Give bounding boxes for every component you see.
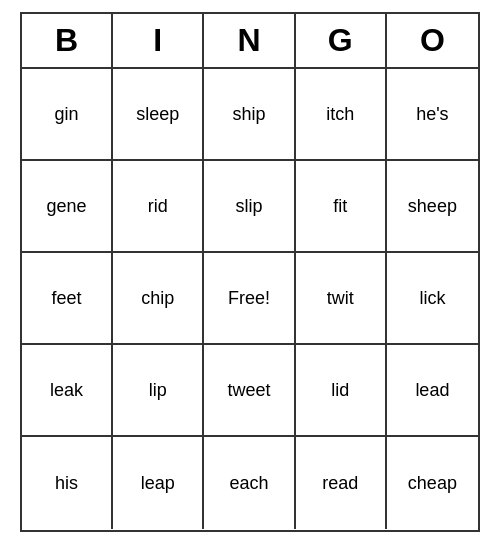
bingo-cell-20[interactable]: his <box>22 437 113 529</box>
bingo-grid: ginsleepshipitchhe'sgeneridslipfitsheepf… <box>22 69 478 529</box>
bingo-cell-12[interactable]: Free! <box>204 253 295 345</box>
bingo-cell-9[interactable]: sheep <box>387 161 478 253</box>
bingo-cell-23[interactable]: read <box>296 437 387 529</box>
bingo-cell-6[interactable]: rid <box>113 161 204 253</box>
bingo-cell-22[interactable]: each <box>204 437 295 529</box>
header-b: B <box>22 14 113 67</box>
bingo-cell-19[interactable]: lead <box>387 345 478 437</box>
header-i: I <box>113 14 204 67</box>
bingo-header: B I N G O <box>22 14 478 69</box>
bingo-cell-16[interactable]: lip <box>113 345 204 437</box>
bingo-card: B I N G O ginsleepshipitchhe'sgeneridsli… <box>20 12 480 532</box>
bingo-cell-14[interactable]: lick <box>387 253 478 345</box>
bingo-cell-21[interactable]: leap <box>113 437 204 529</box>
bingo-cell-18[interactable]: lid <box>296 345 387 437</box>
bingo-cell-5[interactable]: gene <box>22 161 113 253</box>
header-n: N <box>204 14 295 67</box>
bingo-cell-4[interactable]: he's <box>387 69 478 161</box>
bingo-cell-24[interactable]: cheap <box>387 437 478 529</box>
bingo-cell-8[interactable]: fit <box>296 161 387 253</box>
bingo-cell-2[interactable]: ship <box>204 69 295 161</box>
bingo-cell-1[interactable]: sleep <box>113 69 204 161</box>
bingo-cell-7[interactable]: slip <box>204 161 295 253</box>
bingo-cell-13[interactable]: twit <box>296 253 387 345</box>
bingo-cell-17[interactable]: tweet <box>204 345 295 437</box>
bingo-cell-11[interactable]: chip <box>113 253 204 345</box>
bingo-cell-3[interactable]: itch <box>296 69 387 161</box>
bingo-cell-10[interactable]: feet <box>22 253 113 345</box>
bingo-cell-15[interactable]: leak <box>22 345 113 437</box>
header-o: O <box>387 14 478 67</box>
bingo-cell-0[interactable]: gin <box>22 69 113 161</box>
header-g: G <box>296 14 387 67</box>
